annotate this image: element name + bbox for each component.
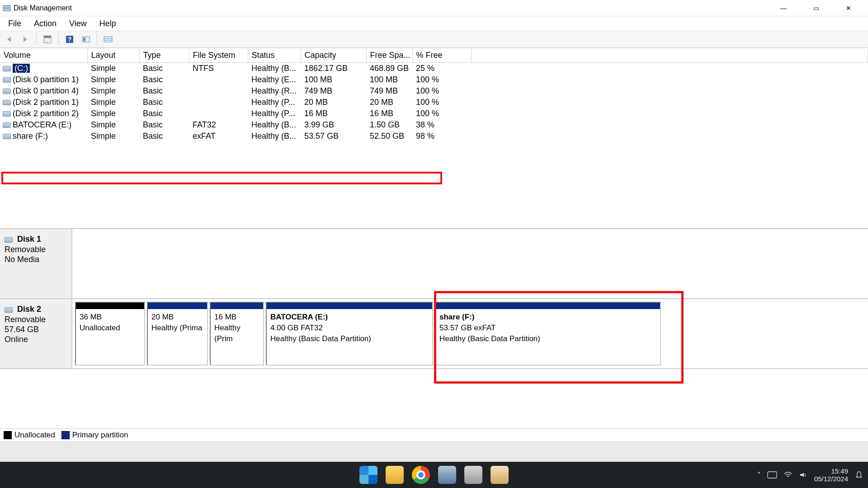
tool-icon-2[interactable] (464, 466, 482, 484)
cell-fs: FAT32 (189, 119, 248, 131)
cell-layout: Simple (87, 131, 139, 142)
volume-icon[interactable] (799, 471, 808, 479)
cell-volume: (Disk 0 partition 4) (0, 85, 87, 97)
partition-size: 4.00 GB FAT32 (270, 323, 429, 333)
disk-info-line: Removable (5, 315, 67, 324)
column-headers[interactable]: Volume Layout Type File System Status Ca… (0, 48, 868, 63)
table-row[interactable]: (Disk 2 partition 1)SimpleBasicHealthy (… (0, 97, 868, 108)
col-fs[interactable]: File System (189, 48, 248, 63)
disk-icon (5, 307, 13, 313)
cell-fs (189, 108, 248, 119)
clock[interactable]: 15:49 05/12/2024 (814, 467, 848, 483)
close-button[interactable]: ✕ (838, 5, 859, 12)
partition-name: BATOCERA (E:) (270, 312, 429, 323)
back-button[interactable] (3, 33, 15, 46)
partition[interactable]: 36 MBUnallocated (75, 302, 145, 366)
table-row[interactable]: (C:)SimpleBasicNTFSHealthy (B...1862.17 … (0, 63, 868, 75)
cell-layout: Simple (87, 74, 139, 85)
partition-status: Healthy (Basic Data Partition) (270, 333, 429, 344)
highlight-annotation-row (1, 172, 442, 184)
desktop-gap (0, 441, 868, 462)
disk-row[interactable]: Disk 2Removable57.64 GBOnline36 MBUnallo… (0, 299, 868, 369)
legend-label-unallocated: Unallocated (14, 431, 55, 440)
cell-fs (189, 74, 248, 85)
legend: Unallocated Primary partition (0, 428, 868, 441)
cell-capacity: 3.99 GB (301, 119, 366, 131)
tool-icon-3[interactable] (491, 466, 509, 484)
menu-view[interactable]: View (65, 17, 91, 30)
cell-pct: 38 % (412, 119, 471, 131)
menu-action[interactable]: Action (29, 17, 61, 30)
svg-rect-7 (83, 38, 85, 41)
partition-name: share (F:) (439, 312, 656, 323)
cell-free: 100 MB (366, 74, 412, 85)
volume-icon (3, 100, 11, 105)
cell-status: Healthy (E... (248, 74, 301, 85)
start-button[interactable] (359, 466, 377, 484)
volume-list[interactable]: Volume Layout Type File System Status Ca… (0, 48, 868, 229)
partition-bar (76, 303, 144, 309)
partition[interactable]: BATOCERA (E:)4.00 GB FAT32Healthy (Basic… (266, 302, 433, 366)
main-content: Volume Layout Type File System Status Ca… (0, 48, 868, 442)
col-pct[interactable]: % Free (412, 48, 471, 63)
col-layout[interactable]: Layout (87, 48, 139, 63)
taskbar[interactable]: ˄ 15:49 05/12/2024 (0, 462, 868, 488)
help-button[interactable]: ? (63, 33, 76, 46)
toolbar-separator (58, 34, 59, 45)
partition[interactable]: 20 MBHealthy (Prima (147, 302, 208, 366)
table-row[interactable]: (Disk 0 partition 1)SimpleBasicHealthy (… (0, 74, 868, 85)
table-row[interactable]: (Disk 0 partition 4)SimpleBasicHealthy (… (0, 85, 868, 97)
cell-free: 16 MB (366, 108, 412, 119)
wifi-icon[interactable] (783, 471, 793, 479)
notification-icon[interactable] (854, 470, 863, 479)
list-view-button[interactable] (102, 33, 114, 46)
system-tray[interactable]: ˄ 15:49 05/12/2024 (757, 467, 863, 483)
partition[interactable]: share (F:)53.57 GB exFATHealthy (Basic D… (435, 302, 661, 366)
toolbar-separator (97, 34, 97, 45)
col-status[interactable]: Status (248, 48, 301, 63)
cell-pct: 25 % (412, 63, 471, 75)
cell-layout: Simple (87, 63, 139, 75)
col-free[interactable]: Free Spa... (366, 48, 412, 63)
cell-type: Basic (139, 131, 189, 142)
disk-row[interactable]: Disk 1RemovableNo Media (0, 229, 868, 299)
volume-icon (3, 134, 11, 139)
partition-size: 20 MB (151, 312, 203, 323)
col-type[interactable]: Type (139, 48, 189, 63)
keyboard-icon[interactable] (767, 471, 777, 479)
cell-status: Healthy (R... (248, 85, 301, 97)
maximize-button[interactable]: ▭ (806, 5, 826, 12)
svg-rect-0 (3, 5, 10, 8)
table-row[interactable]: (Disk 2 partition 2)SimpleBasicHealthy (… (0, 108, 868, 119)
forward-button[interactable] (19, 33, 32, 46)
partition-bar (267, 303, 432, 309)
partition-size: 36 MB (80, 312, 141, 323)
file-explorer-icon[interactable] (386, 466, 404, 484)
col-capacity[interactable]: Capacity (301, 48, 366, 63)
cell-free: 749 MB (366, 85, 412, 97)
properties-button[interactable] (41, 33, 54, 46)
cell-layout: Simple (87, 119, 139, 131)
refresh-button[interactable] (80, 33, 92, 46)
tool-icon-1[interactable] (438, 466, 456, 484)
disk-info-line: Online (5, 335, 67, 344)
toolbar: ? (0, 31, 868, 48)
cell-capacity: 749 MB (301, 85, 366, 97)
col-volume[interactable]: Volume (0, 48, 87, 63)
table-row[interactable]: BATOCERA (E:)SimpleBasicFAT32Healthy (B.… (0, 119, 868, 131)
graphical-pane[interactable]: Disk 1RemovableNo MediaDisk 2Removable57… (0, 229, 868, 442)
table-row[interactable]: share (F:)SimpleBasicexFATHealthy (B...5… (0, 131, 868, 142)
disk-info-line: No Media (5, 255, 67, 264)
titlebar: Disk Management — ▭ ✕ (0, 0, 868, 16)
tray-chevron-icon[interactable]: ˄ (757, 471, 761, 479)
cell-volume: (C:) (0, 63, 87, 75)
menu-help[interactable]: Help (95, 17, 121, 30)
menu-file[interactable]: File (4, 17, 26, 30)
legend-swatch-unallocated (4, 431, 12, 439)
cell-capacity: 100 MB (301, 74, 366, 85)
minimize-button[interactable]: — (773, 5, 794, 12)
partition[interactable]: 16 MBHealthy (Prim (210, 302, 264, 366)
clock-date: 05/12/2024 (814, 475, 848, 483)
chrome-icon[interactable] (412, 466, 430, 484)
cell-capacity: 1862.17 GB (301, 63, 366, 75)
